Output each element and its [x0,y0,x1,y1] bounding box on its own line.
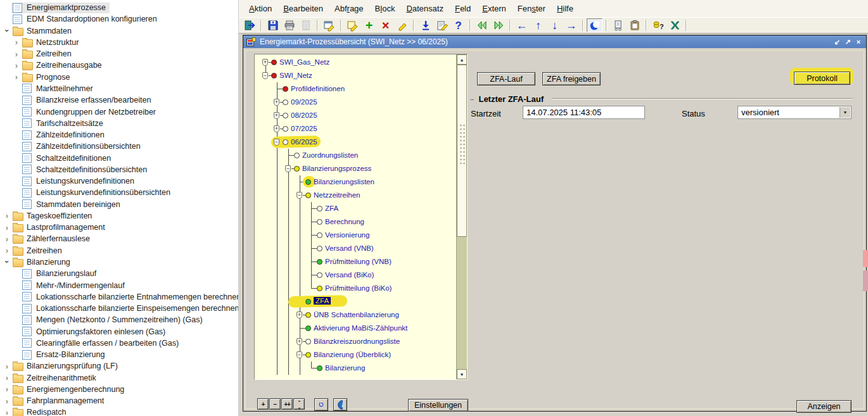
tree-node-label[interactable]: Bilanzierung [325,364,365,372]
tree-node-label[interactable]: ZFA [325,205,338,212]
sidebar-item-clearingf-lle-erfassen-bearbeiten-gas[interactable]: Clearingfälle erfassen / bearbeiten (Gas… [0,337,238,349]
startzeit-input[interactable]: 14.07.2025 11:43:05 [523,106,645,119]
section-collapse-tick[interactable]: − [470,96,474,103]
tree-node-bilanzierung-berblick[interactable]: −Bilanzierung (Überblick) [255,348,456,362]
anzeigen-button[interactable]: Anzeigen [796,400,852,413]
tree-node-zfa[interactable]: ZFA [255,202,456,215]
sidebar-item-z-hlzeitdefinitions-bersichten[interactable]: Zählzeitdefinitionsübersichten [0,141,238,152]
right-toolbar-button[interactable]: → [563,18,579,32]
einstellungen-button[interactable]: Einstellungen [408,399,468,412]
left-toolbar-button[interactable]: ← [514,18,530,32]
edit-toolbar-button[interactable] [434,18,450,32]
dropdown-arrow-icon[interactable]: ▼ [839,107,850,118]
sidebar-item-bilanzierungspr-fung-lf[interactable]: Bilanzierungsprüfung (LF) [0,360,238,372]
sidebar-item-schaltzeitdefinitions-bersichten[interactable]: Schaltzeitdefinitionsübersichten [0,164,238,175]
sidebar-item-energiemarktprozesse[interactable]: Energiemarktprozesse [0,2,238,13]
tree-collapse-icon[interactable]: − [297,192,302,199]
tree-node-label[interactable]: ZFA [314,297,331,305]
tree-node-label[interactable]: Aktivierung MaBiS-Zählpunkt [314,324,407,332]
menu-feld[interactable]: Feld [449,0,476,17]
logo-toolbar-button[interactable] [587,18,603,32]
tree-node-pr-fmitteilung-biko[interactable]: Prüfmitteilung (BiKo) [255,282,456,295]
tree-node-label[interactable]: ÜNB Schattenbilanzierung [314,311,399,318]
tree-collapse-icon[interactable]: − [262,72,268,79]
protokoll-button[interactable]: Protokoll [794,72,850,85]
sidebar-item-stammdaten-bereinigen[interactable]: Stammdaten bereinigen [0,199,238,210]
tree-node-label[interactable]: SWI_Netz [279,72,312,79]
tree-node-bilanzierung[interactable]: Bilanzierung [255,362,456,375]
tree-node-label[interactable]: 08/2025 [291,111,317,119]
paste-toolbar-button[interactable] [627,18,642,32]
tree-node-versand-biko[interactable]: Versand (BiKo) [255,268,456,282]
tree-node-zfa[interactable]: ZFA [255,295,456,308]
sidebar-item-zeitreihen[interactable]: Zeitreihen [0,245,238,256]
down-toolbar-button[interactable]: ↓ [547,18,563,32]
tree-node-bilanzierungslisten[interactable]: Bilanzierungslisten [255,175,456,189]
sidebar-item-tageskoeffizienten[interactable]: Tageskoeffizienten [0,210,238,222]
tree-node-07-2025[interactable]: +07/2025 [255,122,456,136]
sidebar-item-bilanzierung[interactable]: Bilanzierung [0,256,238,268]
chevron-right-icon[interactable] [12,61,21,70]
tree-collapse-icon[interactable]: − [274,139,279,146]
sidebar-item-lokationsscharfe-bilanzierte-entnahmemengen-berechnen[interactable]: Lokationsscharfe bilanzierte Entnahmemen… [0,291,238,303]
tree-node-berechnung[interactable]: Berechnung [255,215,456,229]
tree-collapse-icon[interactable]: − [285,165,291,172]
info-button[interactable]: i [333,398,347,411]
sidebar-item-mehr-mindermengenlauf[interactable]: Mehr-/Mindermengenlauf [0,279,238,291]
collapse-node-button[interactable]: − [269,398,281,410]
sidebar-item-edm-standardoptionen-konfigurieren[interactable]: EDM Standardoptionen konfigurieren [0,13,238,25]
tree-collapse-icon[interactable]: − [297,351,302,358]
collapse-all-button[interactable]: -- [293,398,305,410]
menu-datensatz[interactable]: Datensatz [400,0,449,17]
query-toolbar-button[interactable] [321,18,337,32]
tree-expand-icon[interactable]: + [297,312,302,318]
sidebar-item-z-hlerfernauslese[interactable]: Zählerfernauslese [0,233,238,244]
tree-node-swi-gas-netz[interactable]: +SWI_Gas_Netz [255,56,456,69]
tree-node-versand-vnb[interactable]: Versand (VNB) [255,242,456,255]
sidebar-item-schaltzeitdefinitionen[interactable]: Schaltzeitdefinitionen [0,152,238,163]
chevron-right-icon[interactable] [3,408,11,416]
tree-node-pr-fmitteilung-vnb[interactable]: Prüfmitteilung (VNB) [255,255,456,268]
tree-node-label[interactable]: 07/2025 [291,125,317,132]
sidebar-item-marktteilnehmer[interactable]: Marktteilnehmer [0,83,238,94]
tree-node-aktivierung-mabis-z-hlpunkt[interactable]: Aktivierung MaBiS-Zählpunkt [255,322,456,335]
enter-query-toolbar-button[interactable] [345,18,361,32]
close-window-button[interactable]: × [854,37,863,46]
menu-fenster[interactable]: Fenster [512,0,551,17]
sidebar-item-lastprofilmanagement[interactable]: Lastprofilmanagement [0,222,238,233]
window-titlebar[interactable]: Energiemarkt-Prozessübersicht (SWI_Netz … [243,35,866,48]
sidebar-item-bilanzkreise-erfassen-bearbeiten[interactable]: Bilanzkreise erfassen/bearbeiten [0,94,238,106]
sidebar-item-zeitreihenausgabe[interactable]: Zeitreihenausgabe [0,60,238,71]
tree-node-label[interactable]: Versionierung [325,231,369,239]
up-toolbar-button[interactable]: ↑ [530,18,546,32]
tree-node-label[interactable]: Versand (BiKo) [325,271,374,279]
sidebar-item-bilanzierungslauf[interactable]: Bilanzierungslauf [0,268,238,279]
next-toolbar-button[interactable] [490,18,506,32]
tree-scrollbar[interactable]: ▲ ▼ [456,54,467,379]
sidebar-item-leistungskurvendefinitions-bersichten[interactable]: Leistungskurvendefinitionsübersichten [0,187,238,198]
sidebar-item-mengen-netzkonto-summenzeitreihen-gas[interactable]: Mengen (Netzkonto / Summenzeitreihen) (G… [0,314,238,325]
tree-node-label[interactable]: Versand (VNB) [325,244,374,252]
chevron-right-icon[interactable] [3,396,11,406]
chevron-right-icon[interactable] [3,234,11,244]
tree-expand-icon[interactable]: + [274,112,279,119]
tree-expand-icon[interactable]: + [274,125,279,132]
tree-node-bilanzierungsprozess[interactable]: −Bilanzierungsprozess [255,162,456,175]
tree-node-zuordnungslisten[interactable]: Zuordnungslisten [255,149,456,162]
sidebar-item-zeitreihenarithmetik[interactable]: Zeitreihenarithmetik [0,372,238,384]
chevron-right-icon[interactable] [3,246,11,255]
sidebar-item-leistungskurvendefinitionen[interactable]: Leistungskurvendefinitionen [0,175,238,187]
save-toolbar-button[interactable] [265,18,281,32]
tree-node-label[interactable]: Netzzeitreihen [314,191,361,199]
minimize-window-button[interactable]: ↙ [833,37,841,46]
copy-toolbar-button[interactable] [610,18,626,32]
tree-node-label[interactable]: Bilanzierung (Überblick) [314,351,391,358]
sidebar-item-kundengruppen-der-netzbetreiber[interactable]: Kundengruppen der Netzbetreiber [0,106,238,117]
delete-toolbar-button[interactable]: × [378,18,393,32]
tree-node-06-2025[interactable]: −06/2025 [255,136,456,149]
keys-toolbar-button[interactable]: ? [650,18,666,32]
chevron-right-icon[interactable] [3,362,11,371]
restore-window-button[interactable]: ↗ [843,37,852,46]
tree-expand-icon[interactable]: + [274,99,279,106]
chevron-right-icon[interactable] [3,211,11,220]
